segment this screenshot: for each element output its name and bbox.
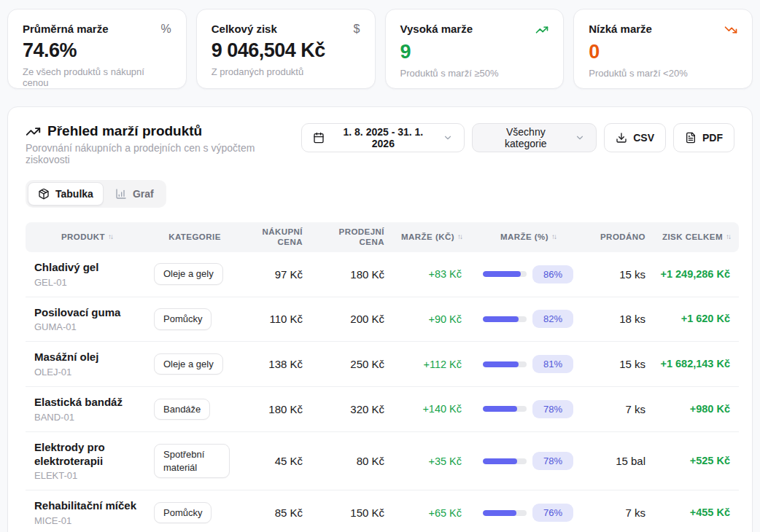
- stat-card-high-margin: Vysoká marže 9 Produktů s marží ≥50%: [385, 9, 565, 89]
- sort-icon: ↑↓: [551, 232, 556, 242]
- stat-card-total-profit: Celkový zisk $ 9 046,504 Kč Z prodaných …: [196, 9, 376, 89]
- purchase-price: 97 Kč: [243, 252, 310, 297]
- table-row: Posilovací guma GUMA-01 Pomůcky 110 Kč 2…: [26, 297, 739, 342]
- stat-cards-row: Průměrná marže % 74.6% Ze všech produktů…: [7, 9, 753, 89]
- sale-price: 250 Kč: [310, 342, 392, 387]
- stat-card-title: Vysoká marže: [400, 23, 473, 35]
- stat-card-subtitle: Z prodaných produktů: [212, 66, 360, 77]
- sold-qty: 7 ks: [587, 490, 653, 532]
- product-sku: MICE-01: [34, 515, 139, 526]
- margin-bar-fill: [483, 316, 519, 322]
- sale-price: 180 Kč: [310, 252, 392, 297]
- product-name: Elektrody pro elektroterapii: [34, 441, 139, 469]
- margin-kc: +140 Kč: [392, 387, 469, 432]
- sort-icon: ↑↓: [457, 232, 462, 242]
- margin-pct-badge: 76%: [532, 504, 573, 522]
- stat-card-average-margin: Průměrná marže % 74.6% Ze všech produktů…: [7, 9, 187, 89]
- bar-chart-icon: [115, 188, 127, 200]
- margin-kc: +90 Kč: [392, 297, 469, 342]
- column-header-kategorie: Kategorie: [147, 222, 243, 252]
- profit-total: +455 Kč: [653, 490, 739, 532]
- margin-bar: [483, 510, 527, 516]
- table-row: Chladivý gel GEL-01 Oleje a gely 97 Kč 1…: [26, 252, 739, 297]
- profit-total: +980 Kč: [653, 387, 739, 432]
- date-range-label: 1. 8. 2025 - 31. 1. 2026: [330, 126, 435, 149]
- sold-qty: 18 ks: [587, 297, 653, 342]
- sold-qty: 15 bal: [587, 431, 653, 490]
- margin-pct-badge: 78%: [532, 400, 573, 418]
- table-row: Rehabilitační míček MICE-01 Pomůcky 85 K…: [26, 490, 739, 532]
- trending-down-icon: [724, 23, 737, 36]
- category-select-label: Všechny kategorie: [484, 126, 567, 149]
- tab-graf[interactable]: Graf: [105, 182, 164, 206]
- category-badge: Spotřební materiál: [154, 444, 230, 478]
- csv-export-button[interactable]: CSV: [604, 123, 666, 152]
- panel-titles: Přehled marží produktů Porovnání nákupní…: [26, 123, 301, 165]
- column-header-zisk-celkem[interactable]: Zisk celkem↑↓: [653, 222, 739, 252]
- margin-pct-badge: 78%: [532, 452, 573, 470]
- stat-card-title: Nízká marže: [589, 23, 652, 35]
- purchase-price: 85 Kč: [243, 490, 310, 532]
- profit-total: +525 Kč: [653, 431, 739, 490]
- product-name: Posilovací guma: [34, 306, 139, 320]
- pdf-button-label: PDF: [702, 132, 723, 144]
- profit-total: +1 682,143 Kč: [653, 342, 739, 387]
- sale-price: 80 Kč: [310, 431, 392, 490]
- table-row: Elastická bandáž BAND-01 Bandáže 180 Kč …: [26, 387, 739, 432]
- category-select[interactable]: Všechny kategorie: [472, 123, 597, 152]
- margin-bar-fill: [483, 510, 516, 516]
- percent-icon: %: [161, 23, 171, 35]
- column-header-marze-pct[interactable]: Marže (%)↑↓: [469, 222, 587, 252]
- sold-qty: 7 ks: [587, 387, 653, 432]
- tab-tabulka-label: Tabulka: [55, 188, 93, 200]
- sale-price: 320 Kč: [310, 387, 392, 432]
- margin-table: Produkt↑↓ Kategorie Nákupní cena Prodejn…: [26, 222, 739, 532]
- margin-kc: +65 Kč: [392, 490, 469, 532]
- category-badge: Oleje a gely: [154, 263, 223, 285]
- product-sku: GUMA-01: [34, 321, 139, 332]
- product-sku: GEL-01: [34, 277, 139, 288]
- chevron-down-icon: [443, 133, 453, 143]
- sold-qty: 15 ks: [587, 252, 653, 297]
- sale-price: 150 Kč: [310, 490, 392, 532]
- margin-bar: [483, 361, 527, 367]
- table-body: Chladivý gel GEL-01 Oleje a gely 97 Kč 1…: [26, 252, 739, 532]
- margin-pct-badge: 81%: [532, 355, 573, 373]
- sold-qty: 15 ks: [587, 342, 653, 387]
- date-range-button[interactable]: 1. 8. 2025 - 31. 1. 2026: [301, 123, 465, 152]
- stat-card-title: Průměrná marže: [23, 23, 109, 35]
- margin-bar: [483, 406, 527, 412]
- purchase-price: 110 Kč: [243, 297, 310, 342]
- profit-total: +1 249,286 Kč: [653, 252, 739, 297]
- sort-icon: ↑↓: [726, 232, 730, 242]
- column-header-prodano: Prodáno: [587, 222, 653, 252]
- csv-button-label: CSV: [633, 132, 654, 144]
- product-name: Masážní olej: [34, 351, 139, 364]
- column-header-marze-kc[interactable]: Marže (Kč)↑↓: [392, 222, 469, 252]
- tab-graf-label: Graf: [133, 188, 154, 200]
- column-header-produkt[interactable]: Produkt↑↓: [26, 222, 147, 252]
- product-sku: OLEJ-01: [34, 367, 139, 378]
- view-tabs: Tabulka Graf: [26, 180, 166, 208]
- margin-kc: +112 Kč: [392, 342, 469, 387]
- margin-bar: [483, 458, 527, 464]
- page-title: Přehled marží produktů: [47, 123, 202, 139]
- margin-kc: +35 Kč: [392, 431, 469, 490]
- page-subtitle: Porovnání nákupních a prodejních cen s v…: [26, 142, 301, 165]
- pdf-export-button[interactable]: PDF: [673, 123, 734, 152]
- stat-card-value: 9 046,504 Kč: [212, 40, 360, 62]
- table-row: Masážní olej OLEJ-01 Oleje a gely 138 Kč…: [26, 342, 739, 387]
- category-badge: Bandáže: [154, 399, 210, 420]
- sale-price: 200 Kč: [310, 297, 392, 342]
- trending-up-icon: [26, 124, 41, 139]
- margin-bar-fill: [483, 406, 517, 412]
- stat-card-low-margin: Nízká marže 0 Produktů s marží <20%: [573, 9, 753, 89]
- chevron-down-icon: [575, 133, 585, 143]
- purchase-price: 138 Kč: [243, 342, 310, 387]
- stat-card-subtitle: Produktů s marží ≥50%: [400, 68, 549, 79]
- download-icon: [616, 132, 627, 144]
- tab-tabulka[interactable]: Tabulka: [28, 182, 104, 206]
- stat-card-subtitle: Produktů s marží <20%: [589, 68, 737, 79]
- stat-card-title: Celkový zisk: [212, 23, 277, 35]
- category-badge: Oleje a gely: [154, 353, 223, 375]
